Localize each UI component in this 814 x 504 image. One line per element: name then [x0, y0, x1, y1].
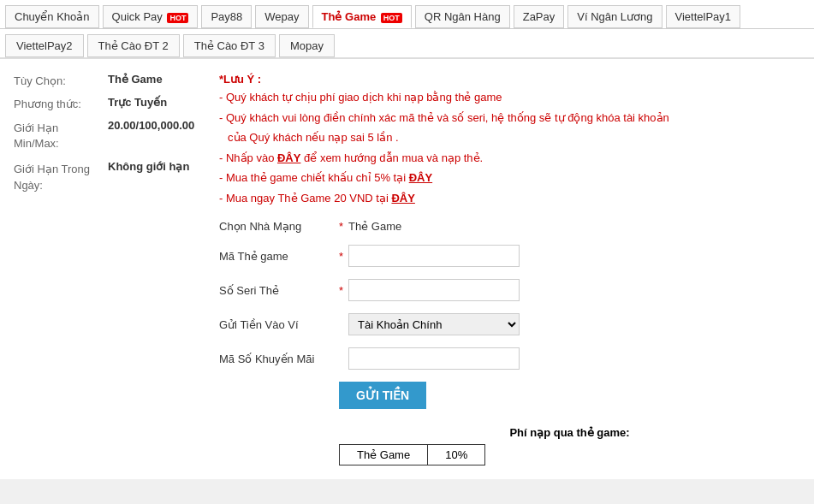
gui-tien-vao-vi-select[interactable]: Tài Khoản Chính [348, 313, 520, 335]
nha-mang-value: Thẻ Game [348, 220, 800, 233]
fee-percent: 10% [428, 445, 485, 465]
sub-tab-label: Thẻ Cào ĐT 2 [98, 39, 169, 52]
tab-label: Thẻ Game [322, 10, 377, 23]
phuong-thuc-label: Phương thức: [14, 96, 108, 110]
tab-wepay[interactable]: Wepay [255, 5, 308, 28]
sub-tabs: ViettelPay2 Thẻ Cào ĐT 2 Thẻ Cào ĐT 3 Mo… [0, 29, 814, 59]
required-star: * [339, 284, 343, 297]
ma-so-khuyen-mai-input[interactable] [348, 347, 520, 370]
tab-qr-ngan-hang[interactable]: QR Ngân Hàng [415, 5, 510, 28]
top-tabs-container: Chuyển Khoản Quick Pay HOT Pay88 Wepay T… [0, 0, 814, 59]
info-gioi-han-trong-ngay: Giới Hạn TrongNgày: Không giới hạn [14, 160, 202, 193]
form-row-nha-mang: Chọn Nhà Mạng * Thẻ Game [219, 220, 800, 233]
ma-the-field [348, 245, 800, 267]
tuy-chon-label: Tùy Chọn: [14, 73, 108, 87]
gui-tien-vao-vi-field: Tài Khoản Chính [348, 313, 800, 335]
fee-row: Thẻ Game 10% [340, 445, 485, 465]
link-huong-dan[interactable]: ĐÂY [277, 151, 300, 164]
notice-title: *Lưu Ý : [219, 73, 800, 86]
tuy-chon-value: Thẻ Game [108, 73, 163, 87]
gioi-han-label: Giới HạnMin/Max: [14, 119, 108, 151]
tab-zapay[interactable]: ZaPay [514, 5, 565, 28]
tab-quick-pay[interactable]: Quick Pay HOT [103, 5, 199, 28]
notice-line-3: - Nhấp vào ĐÂY để xem hướng dẫn mua và n… [219, 150, 800, 167]
info-tuy-chon: Tùy Chọn: Thẻ Game [14, 73, 202, 87]
main-content: Tùy Chọn: Thẻ Game Phương thức: Trực Tuy… [0, 59, 814, 479]
tab-chuyen-khoan[interactable]: Chuyển Khoản [5, 5, 99, 28]
so-seri-input[interactable] [348, 279, 520, 301]
ma-so-khuyen-mai-field [348, 347, 800, 370]
tab-label: Wepay [264, 10, 299, 23]
sub-tab-mopay[interactable]: Mopay [279, 34, 335, 57]
sub-tab-the-cao-dt3[interactable]: Thẻ Cào ĐT 3 [183, 34, 276, 57]
so-seri-field [348, 279, 800, 301]
notice-line-2b: của Quý khách nếu nạp sai 5 lần . [219, 129, 800, 146]
sub-tab-label: Thẻ Cào ĐT 3 [194, 39, 264, 52]
tab-label: Ví Ngân Lương [577, 10, 652, 23]
tab-label: QR Ngân Hàng [425, 10, 501, 23]
sub-tab-viettelpay2[interactable]: ViettelPay2 [5, 34, 84, 57]
gui-tien-button[interactable]: GỬI TIỀN [339, 382, 426, 409]
so-seri-label: Số Seri Thẻ [219, 284, 339, 297]
gioi-han-ngay-value: Không giới hạn [108, 160, 189, 193]
sub-tab-label: ViettelPay2 [16, 39, 73, 52]
tab-label: Quick Pay [112, 10, 163, 23]
fee-name: Thẻ Game [340, 445, 428, 465]
required-star: * [339, 250, 343, 263]
hot-badge: HOT [167, 13, 188, 23]
top-tabs: Chuyển Khoản Quick Pay HOT Pay88 Wepay T… [0, 0, 814, 29]
tab-the-game[interactable]: Thẻ Game HOT [312, 5, 412, 28]
notice-line-5: - Mua ngay Thẻ Game 20 VND tại ĐÂY [219, 190, 800, 207]
form-row-ma-so-khuyen-mai: Mã Số Khuyến Mãi * [219, 347, 800, 370]
hot-badge: HOT [381, 13, 402, 23]
notice-block: *Lưu Ý : - Quý khách tự chịu phí giao dị… [219, 73, 800, 206]
phuong-thuc-value: Trực Tuyến [108, 96, 167, 110]
nha-mang-label: Chọn Nhà Mạng [219, 220, 339, 233]
gioi-han-value: 20.00/100,000.00 [108, 119, 194, 151]
tab-label: Pay88 [211, 10, 242, 23]
tab-vi-ngan-luong[interactable]: Ví Ngân Lương [567, 5, 662, 28]
fee-table-section: Phí nạp qua thẻ game: Thẻ Game 10% [339, 426, 800, 465]
link-mua-the[interactable]: ĐÂY [409, 171, 432, 184]
deposit-form: Chọn Nhà Mạng * Thẻ Game Mã Thẻ game * S… [219, 220, 800, 465]
ma-the-label: Mã Thẻ game [219, 250, 339, 263]
required-star: * [339, 220, 343, 233]
link-mua-the-20[interactable]: ĐÂY [391, 192, 414, 205]
info-gioi-han-minmax: Giới HạnMin/Max: 20.00/100,000.00 [14, 119, 202, 151]
notice-line-1: - Quý khách tự chịu phí giao dịch khi nạ… [219, 89, 800, 106]
ma-so-khuyen-mai-label: Mã Số Khuyến Mãi [219, 353, 339, 365]
tab-label: ViettelPay1 [675, 10, 732, 23]
form-row-so-seri: Số Seri Thẻ * [219, 279, 800, 301]
right-section: *Lưu Ý : - Quý khách tự chịu phí giao dị… [219, 73, 800, 465]
tab-viettelpay1[interactable]: ViettelPay1 [666, 5, 741, 28]
tab-label: Chuyển Khoản [15, 10, 90, 23]
ma-the-input[interactable] [348, 245, 520, 267]
fee-table-title: Phí nạp qua thẻ game: [339, 426, 800, 439]
form-row-gui-tien-vao-vi: Gửi Tiền Vào Ví * Tài Khoản Chính [219, 313, 800, 335]
fee-grid: Thẻ Game 10% [339, 444, 485, 465]
sub-tab-the-cao-dt2[interactable]: Thẻ Cào ĐT 2 [87, 34, 180, 57]
sub-tab-label: Mopay [290, 39, 324, 52]
form-row-ma-the: Mã Thẻ game * [219, 245, 800, 267]
notice-line-4: - Mua thẻ game chiết khấu chỉ 5% tại ĐÂY [219, 169, 800, 187]
info-phuong-thuc: Phương thức: Trực Tuyến [14, 96, 202, 110]
left-info-panel: Tùy Chọn: Thẻ Game Phương thức: Trực Tuy… [14, 73, 202, 465]
gui-tien-vao-vi-label: Gửi Tiền Vào Ví [219, 318, 339, 331]
tab-label: ZaPay [523, 10, 556, 23]
gioi-han-ngay-label: Giới Hạn TrongNgày: [14, 160, 108, 193]
notice-line-2: - Quý khách vui lòng điền chính xác mã t… [219, 110, 800, 127]
tab-pay88[interactable]: Pay88 [201, 5, 252, 28]
